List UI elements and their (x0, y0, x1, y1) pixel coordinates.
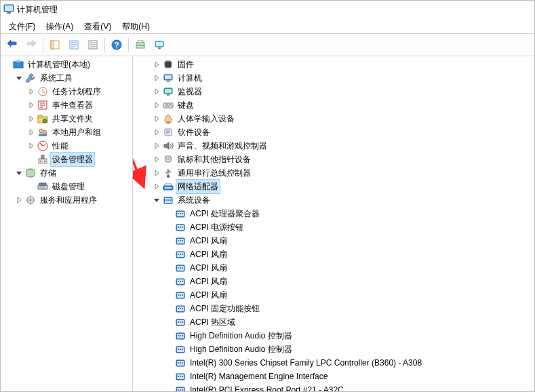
svg-point-74 (178, 267, 179, 269)
computer-management-window: 计算机管理 文件(F)操作(A)查看(V)帮助(H) ? 计算机管理(本地)系统… (0, 0, 535, 392)
network-adapters[interactable]: 网络适配器 (133, 180, 534, 193)
keyboards[interactable]: 键盘 (133, 98, 534, 112)
tree-item-label: 系统工具 (39, 71, 74, 85)
svg-point-94 (178, 321, 179, 323)
svg-rect-46 (165, 187, 172, 189)
show-hide-tree-icon[interactable] (46, 36, 64, 54)
hid[interactable]: 人体学输入设备 (133, 112, 534, 125)
svg-point-116 (182, 376, 183, 377)
svg-point-111 (182, 362, 183, 364)
chevron-right-icon[interactable] (14, 195, 24, 205)
acpi-fan-3[interactable]: ACPI 风扇 (133, 261, 534, 275)
acpi-fan-1[interactable]: ACPI 风扇 (133, 234, 534, 248)
chevron-right-icon[interactable] (152, 73, 161, 83)
software-devices[interactable]: 软件设备 (133, 125, 534, 139)
back-icon[interactable] (3, 36, 21, 54)
svg-point-89 (178, 308, 179, 309)
usb-icon (163, 168, 174, 178)
system-tools[interactable]: 系统工具 (1, 71, 132, 85)
mice[interactable]: 鼠标和其他指针设备 (133, 153, 534, 166)
firmware[interactable]: 固件 (133, 58, 534, 71)
perf-icon (37, 140, 48, 151)
acpi-power-button[interactable]: ACPI 电源按钮 (133, 220, 534, 234)
performance[interactable]: 性能 (1, 139, 132, 153)
menu-item[interactable]: 帮助(H) (117, 20, 155, 34)
svg-point-27 (44, 161, 45, 162)
sys-icon (175, 344, 186, 355)
task-scheduler[interactable]: 任务计划程序 (1, 85, 132, 98)
sys-icon (175, 330, 186, 341)
tree-item-label: Intel(R) PCI Express Root Port #21 - A32… (189, 383, 345, 391)
acpi-proc-aggregator[interactable]: ACPI 处理器聚合器 (133, 207, 534, 220)
sound[interactable]: 声音、视频和游戏控制器 (133, 139, 534, 153)
list-icon[interactable] (84, 36, 102, 54)
acpi-fixed-feature-button[interactable]: ACPI 固定功能按钮 (133, 302, 534, 315)
acpi-fan-5[interactable]: ACPI 风扇 (133, 288, 534, 302)
chevron-right-icon[interactable] (26, 100, 36, 110)
event-viewer[interactable]: 事件查看器 (1, 98, 132, 112)
shared-folders[interactable]: 共享文件夹 (1, 112, 132, 125)
svg-point-121 (182, 389, 183, 391)
storage[interactable]: 存储 (1, 166, 132, 180)
system-devices[interactable]: 系统设备 (133, 193, 534, 207)
services-apps[interactable]: 服务和应用程序 (1, 193, 132, 207)
chevron-down-icon[interactable] (14, 73, 24, 83)
titlebar[interactable]: 计算机管理 (1, 1, 534, 18)
chevron-right-icon[interactable] (26, 87, 36, 96)
chevron-right-icon[interactable] (152, 182, 161, 191)
properties-icon[interactable] (65, 36, 83, 54)
tree-item-label: 监视器 (176, 85, 203, 98)
svg-rect-40 (167, 94, 170, 96)
chevron-down-icon[interactable] (152, 195, 161, 205)
local-users-groups[interactable]: 本地用户和组 (1, 125, 132, 139)
sys-icon (175, 249, 186, 260)
monitors[interactable]: 监视器 (133, 85, 534, 98)
chevron-right-icon[interactable] (26, 128, 36, 137)
hd-audio-controller-2[interactable]: High Definition Audio 控制器 (133, 342, 534, 356)
menu-item[interactable]: 查看(V) (79, 20, 117, 34)
tree-item-label: ACPI 风扇 (189, 248, 229, 261)
hd-audio-controller-1[interactable]: High Definition Audio 控制器 (133, 329, 534, 342)
chevron-right-icon[interactable] (26, 141, 36, 151)
menu-item[interactable]: 文件(F) (3, 20, 41, 34)
tree-item-label: ACPI 电源按钮 (189, 220, 245, 234)
chevron-right-icon[interactable] (152, 114, 161, 123)
intel-lpc-controller[interactable]: Intel(R) 300 Series Chipset Family LPC C… (133, 356, 534, 370)
disk-management[interactable]: 磁盘管理 (1, 180, 132, 193)
computer[interactable]: 计算机 (133, 71, 534, 85)
acpi-fan-2[interactable]: ACPI 风扇 (133, 248, 534, 261)
chevron-right-icon[interactable] (152, 141, 161, 151)
intel-mei[interactable]: Intel(R) Management Engine Interface (133, 370, 534, 383)
chevron-right-icon[interactable] (152, 60, 161, 69)
chevron-down-icon[interactable] (14, 168, 24, 178)
menu-item[interactable]: 操作(A) (41, 20, 79, 34)
help-icon[interactable]: ? (108, 36, 125, 54)
svg-point-56 (182, 213, 183, 214)
svg-rect-13 (14, 62, 23, 68)
left-tree-pane[interactable]: 计算机管理(本地)系统工具任务计划程序事件查看器共享文件夹本地用户和组性能设备管… (1, 56, 133, 391)
usb[interactable]: 通用串行总线控制器 (133, 166, 534, 180)
svg-rect-34 (165, 62, 171, 67)
chevron-right-icon[interactable] (152, 100, 161, 110)
svg-rect-42 (167, 121, 170, 123)
chevron-right-icon[interactable] (26, 114, 36, 123)
chevron-right-icon[interactable] (152, 128, 161, 137)
tree-item-label: 性能 (51, 139, 70, 153)
right-tree-scroll[interactable]: 固件计算机监视器键盘人体学输入设备软件设备声音、视频和游戏控制器鼠标和其他指针设… (133, 56, 534, 391)
acpi-thermal-zone[interactable]: ACPI 热区域 (133, 315, 534, 329)
root-computer-management[interactable]: 计算机管理(本地) (1, 58, 132, 71)
chevron-right-icon[interactable] (152, 168, 161, 178)
acpi-fan-4[interactable]: ACPI 风扇 (133, 275, 534, 288)
sys-icon (175, 357, 186, 368)
chevron-right-icon[interactable] (152, 155, 161, 164)
users-icon (37, 127, 48, 138)
device-manager[interactable]: 设备管理器 (1, 153, 132, 166)
toolbar-separator (128, 38, 129, 52)
sys-icon (175, 222, 186, 233)
svg-point-86 (182, 294, 183, 296)
monitor-icon[interactable] (151, 36, 168, 54)
scan-hardware-icon[interactable] (132, 36, 149, 54)
sys-icon (175, 208, 186, 219)
intel-pci-root-port[interactable]: Intel(R) PCI Express Root Port #21 - A32… (133, 383, 534, 391)
chevron-right-icon[interactable] (152, 87, 161, 96)
